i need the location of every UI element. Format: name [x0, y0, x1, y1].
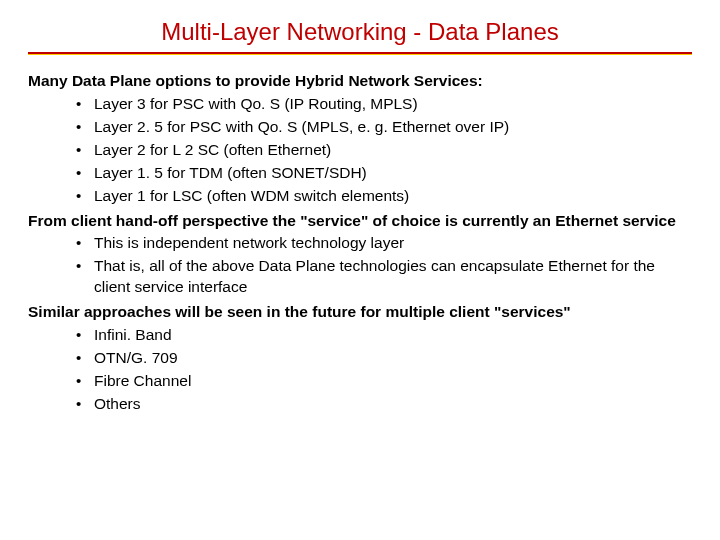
bullet-list: Infini. Band OTN/G. 709 Fibre Channel Ot…	[28, 325, 692, 415]
list-item: Fibre Channel	[76, 371, 692, 392]
slide-title: Multi-Layer Networking - Data Planes	[28, 18, 692, 46]
section-heading: Many Data Plane options to provide Hybri…	[28, 71, 692, 92]
slide-content: Many Data Plane options to provide Hybri…	[28, 71, 692, 415]
list-item: Others	[76, 394, 692, 415]
title-divider	[28, 52, 692, 55]
list-item: Layer 1. 5 for TDM (often SONET/SDH)	[76, 163, 692, 184]
list-item: Layer 3 for PSC with Qo. S (IP Routing, …	[76, 94, 692, 115]
list-item: OTN/G. 709	[76, 348, 692, 369]
list-item: Infini. Band	[76, 325, 692, 346]
section-heading: From client hand-off perspective the "se…	[28, 211, 692, 232]
list-item: That is, all of the above Data Plane tec…	[76, 256, 692, 298]
list-item: This is independent network technology l…	[76, 233, 692, 254]
section-heading: Similar approaches will be seen in the f…	[28, 302, 692, 323]
list-item: Layer 1 for LSC (often WDM switch elemen…	[76, 186, 692, 207]
list-item: Layer 2. 5 for PSC with Qo. S (MPLS, e. …	[76, 117, 692, 138]
bullet-list: This is independent network technology l…	[28, 233, 692, 298]
slide: Multi-Layer Networking - Data Planes Man…	[0, 0, 720, 540]
list-item: Layer 2 for L 2 SC (often Ethernet)	[76, 140, 692, 161]
bullet-list: Layer 3 for PSC with Qo. S (IP Routing, …	[28, 94, 692, 207]
